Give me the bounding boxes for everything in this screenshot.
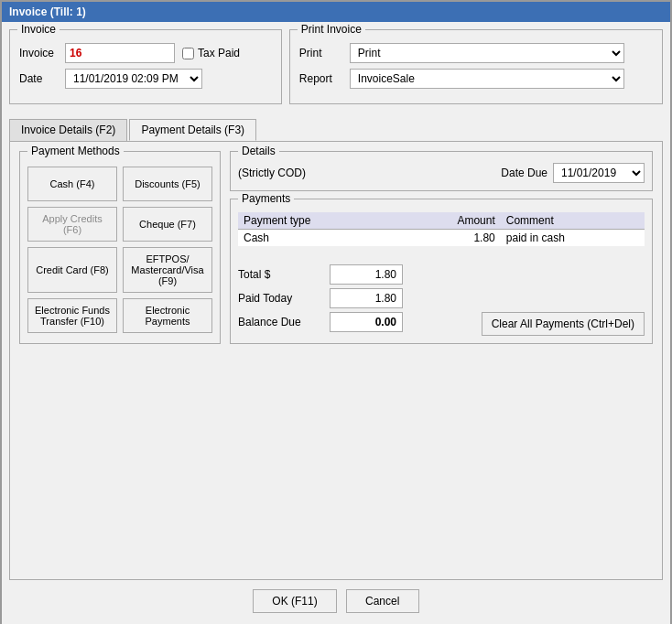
col-amount: Amount xyxy=(399,212,500,230)
tax-paid-label: Tax Paid xyxy=(198,47,240,59)
date-select[interactable]: 11/01/2019 02:09 PM xyxy=(65,69,202,89)
eftpos-button[interactable]: EFTPOS/ Mastercard/Visa (F9) xyxy=(123,247,212,293)
details-group-label: Details xyxy=(238,145,279,157)
strictly-cod-label: (Strictly COD) xyxy=(238,167,306,179)
tax-paid-checkbox[interactable] xyxy=(182,48,194,59)
col-comment: Comment xyxy=(501,212,645,230)
col-payment-type: Payment type xyxy=(238,212,399,230)
date-due-label: Date Due xyxy=(501,167,547,179)
credit-card-button[interactable]: Credit Card (F8) xyxy=(27,247,117,293)
print-label: Print xyxy=(299,47,350,59)
balance-due-value-input xyxy=(330,312,403,332)
print-invoice-group: Print Invoice Print Print Report Invoice… xyxy=(289,29,663,104)
tab-content: Payment Methods Cash (F4) Discounts (F5)… xyxy=(9,141,663,580)
details-header: (Strictly COD) Date Due 11/01/2019 xyxy=(238,163,645,183)
discounts-button[interactable]: Discounts (F5) xyxy=(123,167,212,201)
balance-due-row: Balance Due xyxy=(238,312,403,332)
tab-invoice-details[interactable]: Invoice Details (F2) xyxy=(9,119,127,141)
date-due-select[interactable]: 11/01/2019 xyxy=(553,163,645,183)
cheque-button[interactable]: Cheque (F7) xyxy=(123,207,212,242)
window-title: Invoice (Till: 1) xyxy=(9,5,86,18)
payment-methods-box: Payment Methods Cash (F4) Discounts (F5)… xyxy=(19,151,221,344)
total-value-input xyxy=(330,264,403,285)
ok-button[interactable]: OK (F11) xyxy=(253,589,336,613)
details-panel: Details (Strictly COD) Date Due 11/01/20… xyxy=(230,151,653,344)
details-box: Details (Strictly COD) Date Due 11/01/20… xyxy=(230,151,653,191)
tab-payment-details[interactable]: Payment Details (F3) xyxy=(129,119,256,141)
cancel-button[interactable]: Cancel xyxy=(346,589,419,613)
clear-btn-container: Clear All Payments (Ctrl+Del) xyxy=(482,312,645,336)
bottom-bar: Total $ Paid Today Balance Due xyxy=(238,255,645,336)
invoice-group: Invoice Invoice Tax Paid Date 11/01/2019… xyxy=(9,29,282,104)
payment-methods-grid: Cash (F4) Discounts (F5) Apply Credits (… xyxy=(27,167,212,333)
invoice-number-label: Invoice xyxy=(19,47,65,59)
tab-inner: Payment Methods Cash (F4) Discounts (F5)… xyxy=(19,151,653,344)
footer-buttons: OK (F11) Cancel xyxy=(9,580,663,619)
payment-comment-cell: paid in cash xyxy=(501,230,645,247)
eft-button[interactable]: Electronic Funds Transfer (F10) xyxy=(27,298,117,333)
invoice-number-input[interactable] xyxy=(65,43,175,63)
paid-today-value-input xyxy=(330,288,403,308)
title-bar: Invoice (Till: 1) xyxy=(2,2,670,22)
total-label: Total $ xyxy=(238,268,330,281)
invoice-group-label: Invoice xyxy=(17,23,60,36)
date-label: Date xyxy=(19,72,65,85)
payments-table: Payment type Amount Comment Cash 1.80 pa… xyxy=(238,212,645,246)
report-label: Report xyxy=(299,72,350,85)
report-select[interactable]: InvoiceSale xyxy=(350,69,624,89)
date-due-row: Date Due 11/01/2019 xyxy=(501,163,645,183)
paid-today-label: Paid Today xyxy=(238,292,330,305)
print-select[interactable]: Print xyxy=(350,43,624,63)
balance-due-label: Balance Due xyxy=(238,316,330,328)
payment-amount-cell: 1.80 xyxy=(399,230,500,247)
main-window: Invoice (Till: 1) Invoice Invoice Tax Pa… xyxy=(0,0,672,624)
payments-group-label: Payments xyxy=(238,192,294,205)
total-row: Total $ xyxy=(238,264,403,285)
payment-methods-label: Payment Methods xyxy=(27,145,124,157)
tabs: Invoice Details (F2) Payment Details (F3… xyxy=(9,119,663,141)
clear-all-payments-button[interactable]: Clear All Payments (Ctrl+Del) xyxy=(482,312,645,336)
apply-credits-button[interactable]: Apply Credits (F6) xyxy=(27,207,117,242)
payment-type-cell: Cash xyxy=(238,230,399,247)
electronic-payments-button[interactable]: Electronic Payments xyxy=(123,298,212,333)
cash-button[interactable]: Cash (F4) xyxy=(27,167,117,201)
paid-today-row: Paid Today xyxy=(238,288,403,308)
print-invoice-group-label: Print Invoice xyxy=(298,23,365,36)
totals-area: Total $ Paid Today Balance Due xyxy=(238,264,403,336)
payments-box: Payments Payment type Amount Comment xyxy=(230,199,653,344)
table-row: Cash 1.80 paid in cash xyxy=(238,230,645,247)
